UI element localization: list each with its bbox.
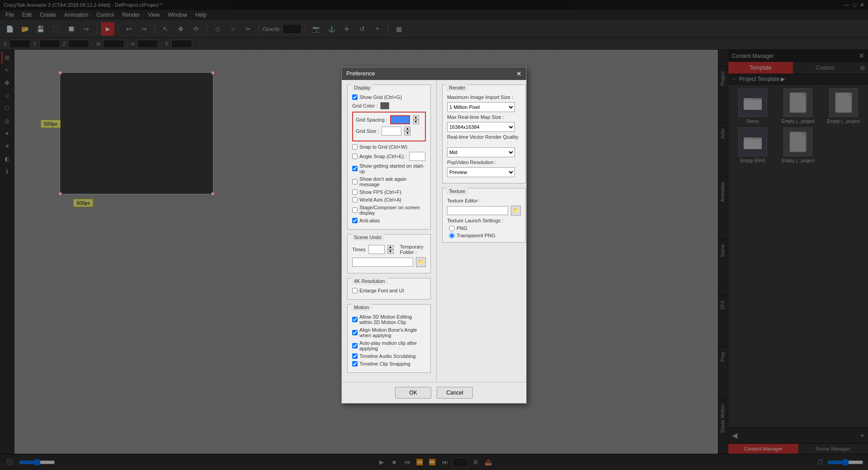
angle-snap-label[interactable]: Angle Snap (Ctrl+E) : [352,154,406,159]
auto-play-checkbox[interactable] [352,343,358,348]
timeline-clip-text: Timeline Clip Snapping [359,361,410,367]
timeline-audio-checkbox[interactable] [352,353,358,359]
texture-editor-browse[interactable]: 📁 [511,206,521,216]
show-fps-checkbox[interactable] [352,189,358,195]
anti-alias-checkbox[interactable] [352,218,358,223]
dialog-title-bar: Preference ✕ [342,67,526,80]
grid-color-picker[interactable] [380,102,389,109]
timeline-audio-label[interactable]: Timeline Audio Scrubbing [352,353,415,359]
dialog-left-column: Display Show Grid (Ctrl+G) Grid Color : [342,80,437,382]
render-section-title: Render [446,84,468,91]
grid-size-up[interactable]: ▲ [404,127,410,131]
texture-section: Texture Texture Editor : DIO PAINTCLIPSt… [442,188,526,243]
max-image-select-row: 1 Million Pixel 2 Million Pixel 4 Millio… [447,102,521,112]
dont-ask-label[interactable]: Show don't ask again message [352,176,426,187]
angle-snap-row: Angle Snap (Ctrl+E) : 0 [352,152,426,161]
angle-snap-checkbox[interactable] [352,154,358,159]
show-grid-checkbox[interactable] [352,94,358,100]
grid-highlighted-box: Grid Spacing : 100 ▲ ▼ Grid Size : 100 [352,112,426,141]
auto-play-label[interactable]: Auto-play motion clip after applying [352,340,426,351]
motion-section-title: Motion [351,304,372,311]
stage-composer-checkbox[interactable] [352,207,358,213]
enlarge-checkbox[interactable] [352,288,358,293]
transparent-png-label: Transparent PNG [457,233,495,238]
getting-started-checkbox[interactable] [352,166,358,171]
show-fps-label[interactable]: Show FPS (Ctrl+F) [352,189,401,195]
align-motion-checkbox[interactable] [352,330,358,335]
scene-undo-content: Times 20 ▲ ▼ Temporary Folder : ppData\L… [348,241,430,273]
scene-undo-section: Scene Undo Times 20 ▲ ▼ Temporary Folder… [347,234,431,273]
grid-size-label: Grid Size : [356,128,379,134]
dialog-body: Display Show Grid (Ctrl+G) Grid Color : [342,80,526,382]
timeline-clip-checkbox[interactable] [352,361,358,367]
stage-composer-row: Stage/Composer on screen display [352,205,426,216]
grid-spacing-up[interactable]: ▲ [413,115,419,120]
png-radio[interactable] [449,226,455,231]
max-image-select[interactable]: 1 Million Pixel 2 Million Pixel 4 Millio… [447,102,515,112]
texture-launch-label: Texture Launch Settings : [447,218,503,223]
align-motion-text: Align Motion Bone's Angle when applying [359,327,426,338]
max-realtime-row: Max Real-time Map Size : [447,114,521,120]
grid-spacing-row: Grid Spacing : 100 ▲ ▼ [356,115,422,124]
allow-3d-checkbox[interactable] [352,317,358,322]
max-image-label: Maximum Image Import Size : [447,94,513,100]
texture-launch-options: PNG Transparent PNG [447,226,521,239]
timeline-audio-row: Timeline Audio Scrubbing [352,353,426,359]
transparent-png-radio[interactable] [449,233,455,239]
temp-folder-input[interactable]: ppData\Local\Temp\CTA3Temp\ [352,258,413,267]
grid-color-label: Grid Color : [352,103,377,108]
world-axis-checkbox[interactable] [352,197,358,202]
snap-grid-checkbox[interactable] [352,144,358,150]
temp-folder-browse[interactable]: 📁 [416,257,426,267]
timeline-clip-label[interactable]: Timeline Clip Snapping [352,361,410,367]
scene-undo-title: Scene Undo [351,234,384,241]
allow-3d-row: Allow 3D Motion Editing within 2D Motion… [352,314,426,325]
align-motion-row: Align Motion Bone's Angle when applying [352,327,426,338]
vector-quality-select-row: Mid Low High [447,147,521,157]
angle-snap-input[interactable]: 0 [409,152,425,161]
times-label: Times [352,247,366,252]
grid-size-spin: ▲ ▼ [404,127,410,136]
anti-alias-label[interactable]: Anti-alias [352,218,380,223]
texture-editor-input[interactable]: DIO PAINTCLIPStudioPaint.exe [447,206,508,215]
texture-section-title: Texture [446,188,468,195]
dont-ask-text: Show don't ask again message [359,176,426,187]
popvideo-select-row: Preview Normal High [447,167,521,177]
transparent-png-radio-row: Transparent PNG [449,233,521,239]
getting-started-label[interactable]: Show getting started on start-up [352,163,426,174]
timeline-audio-text: Timeline Audio Scrubbing [359,353,415,359]
snap-grid-row: Snap to Grid (Ctrl+W) [352,144,426,150]
render-content: Maximum Image Import Size : 1 Million Pi… [443,92,525,183]
show-grid-label[interactable]: Show Grid (Ctrl+G) [352,94,402,100]
grid-size-input[interactable]: 100 [382,127,401,136]
ok-button[interactable]: OK [395,387,431,399]
show-grid-row: Show Grid (Ctrl+G) [352,94,426,100]
times-row: Times 20 ▲ ▼ Temporary Folder : [352,244,426,255]
popvideo-select[interactable]: Preview Normal High [447,167,515,177]
anti-alias-text: Anti-alias [359,218,380,223]
dialog-title: Preference [346,70,375,77]
allow-3d-label[interactable]: Allow 3D Motion Editing within 2D Motion… [352,314,426,325]
dialog-close-button[interactable]: ✕ [516,70,522,77]
texture-editor-row: Texture Editor : [447,198,521,203]
grid-spacing-down[interactable]: ▼ [413,120,419,124]
max-realtime-select-row: 16384x16384 8192x8192 [447,122,521,132]
cancel-button[interactable]: Cancel [437,387,473,399]
world-axis-label[interactable]: World Axis (Ctrl+A) [352,197,401,202]
grid-size-down[interactable]: ▼ [404,131,410,136]
show-grid-text: Show Grid (Ctrl+G) [359,94,402,100]
snap-grid-label[interactable]: Snap to Grid (Ctrl+W) [352,144,407,150]
stage-composer-label[interactable]: Stage/Composer on screen display [352,205,426,216]
times-up[interactable]: ▲ [387,245,394,249]
times-input[interactable]: 20 [368,245,385,254]
dont-ask-row: Show don't ask again message [352,176,426,187]
vector-quality-select[interactable]: Mid Low High [447,147,515,157]
world-axis-text: World Axis (Ctrl+A) [359,197,401,202]
dialog-overlay: Preference ✕ Display Show Grid (Ctrl+G) [0,0,868,470]
grid-spacing-input[interactable]: 100 [390,115,410,124]
dont-ask-checkbox[interactable] [352,179,358,184]
times-down[interactable]: ▼ [387,249,394,254]
enlarge-label[interactable]: Enlarge Font and UI [352,288,404,293]
align-motion-label[interactable]: Align Motion Bone's Angle when applying [352,327,426,338]
max-realtime-select[interactable]: 16384x16384 8192x8192 [447,122,515,132]
